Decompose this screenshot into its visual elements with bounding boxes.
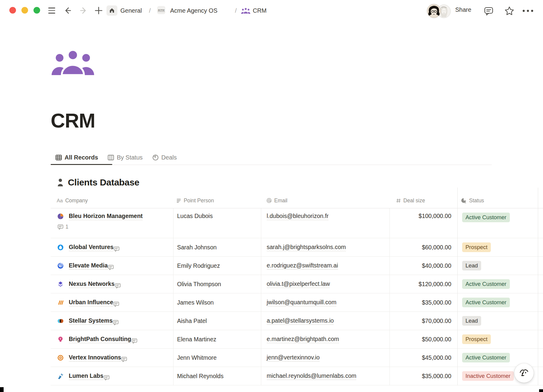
comment-count[interactable]	[113, 302, 121, 307]
company-link[interactable]: Elevate Media	[69, 262, 108, 270]
back-arrow-icon[interactable]	[63, 6, 72, 15]
company-link[interactable]: Nexus Networks	[69, 280, 115, 288]
point-person-cell[interactable]: Elena Martinez	[173, 330, 261, 348]
email-link[interactable]: e.martinez@brightpath.com	[267, 336, 339, 343]
table-right-divider[interactable]	[538, 188, 538, 385]
zoom-window-button[interactable]	[33, 7, 40, 14]
table-row[interactable]: Global Ventures Sarah Johnson sarah.j@br…	[51, 238, 543, 257]
table-row[interactable]: Stellar Systems Aisha Patel a.patel@stel…	[51, 312, 543, 330]
deal-size-cell[interactable]: $40,000.00	[390, 257, 457, 275]
tab-deals[interactable]: Deals	[148, 151, 182, 164]
page-people-icon[interactable]	[51, 49, 94, 75]
status-cell[interactable]: Prospect	[457, 330, 538, 348]
close-window-button[interactable]	[9, 7, 16, 14]
avatar[interactable]	[427, 4, 441, 18]
email-cell[interactable]: jwilson@quantumquill.com	[261, 293, 390, 311]
point-person-cell[interactable]: Michael Reynolds	[173, 367, 261, 385]
table-row[interactable]: Lumen Labs Michael Reynolds michael.reyn…	[51, 367, 543, 385]
email-link[interactable]: jwilson@quantumquill.com	[267, 299, 336, 306]
email-link[interactable]: michael.reynolds@lumenlabs.com	[267, 372, 356, 380]
email-link[interactable]: sarah.j@brightsparksolns.com	[267, 244, 346, 251]
email-link[interactable]: a.patel@stellarsystems.io	[267, 317, 334, 325]
deal-size-cell[interactable]: $70,000.00	[390, 312, 457, 330]
email-cell[interactable]: l.dubois@bleuhorizon.fr	[261, 208, 390, 238]
breadcrumb-section[interactable]: General	[120, 6, 142, 15]
table-row[interactable]: Bleu Horizon Management 1 Lucas Dubois l…	[51, 208, 543, 238]
deal-size-cell[interactable]: $120,000.00	[390, 275, 457, 293]
company-cell[interactable]: Urban Influence	[51, 293, 173, 311]
table-row[interactable]: Urban Influence James Wilson jwilson@qua…	[51, 293, 543, 312]
company-link[interactable]: Lumen Labs	[69, 372, 103, 380]
company-cell[interactable]: Elevate Media	[51, 257, 173, 275]
share-button[interactable]: Share	[455, 6, 471, 13]
column-header-email[interactable]: Email	[261, 193, 390, 208]
company-link[interactable]: Global Ventures	[69, 244, 113, 251]
table-row[interactable]: Elevate Media Emily Rodriguez e.rodrigue…	[51, 257, 543, 275]
tab-by-status[interactable]: By Status	[103, 151, 148, 164]
email-cell[interactable]: e.martinez@brightpath.com	[261, 330, 390, 348]
comment-count[interactable]	[113, 246, 122, 252]
deal-size-cell[interactable]: $45,000.00	[390, 349, 457, 367]
point-person-cell[interactable]: Sarah Johnson	[173, 238, 261, 256]
comment-count[interactable]	[121, 357, 129, 362]
comment-count[interactable]	[131, 338, 139, 344]
email-link[interactable]: e.rodriguez@swiftstream.ai	[267, 262, 338, 270]
point-person-cell[interactable]: James Wilson	[173, 293, 261, 311]
deal-size-cell[interactable]: $60,000.00	[390, 238, 457, 256]
status-badge[interactable]: Active Customer	[462, 213, 510, 222]
breadcrumb-page[interactable]: CRM	[253, 6, 267, 15]
company-link[interactable]: Stellar Systems	[69, 317, 113, 325]
email-cell[interactable]: e.rodriguez@swiftstream.ai	[261, 257, 390, 275]
more-options-icon[interactable]	[522, 9, 534, 13]
column-header-company[interactable]: Aa Company	[51, 193, 173, 208]
deal-size-cell[interactable]: $35,000.00	[390, 293, 457, 311]
email-cell[interactable]: olivia.t@pixelperfect.law	[261, 275, 390, 293]
status-cell[interactable]: Lead	[457, 257, 538, 275]
company-cell[interactable]: Bleu Horizon Management 1	[51, 208, 173, 238]
status-cell[interactable]: Lead	[457, 312, 538, 330]
breadcrumb-workspace[interactable]: Acme Agency OS	[170, 6, 218, 15]
point-person-cell[interactable]: Aisha Patel	[173, 312, 261, 330]
deal-size-cell[interactable]: $35,000.00	[390, 367, 457, 385]
comment-count[interactable]	[113, 320, 121, 325]
status-badge[interactable]: Active Customer	[462, 298, 510, 307]
status-badge[interactable]: Prospect	[462, 242, 491, 252]
email-link[interactable]: jenn@vertexinnov.io	[267, 354, 320, 362]
forward-arrow-icon[interactable]	[79, 6, 88, 15]
company-cell[interactable]: Global Ventures	[51, 238, 173, 256]
company-link[interactable]: Vertex Innovations	[69, 354, 121, 362]
status-badge[interactable]: Prospect	[462, 334, 491, 344]
status-cell[interactable]: Active Customer	[457, 293, 538, 311]
company-cell[interactable]: Stellar Systems	[51, 312, 173, 330]
status-badge[interactable]: Inactive Customer	[462, 371, 514, 381]
email-link[interactable]: olivia.t@pixelperfect.law	[267, 280, 330, 288]
company-cell[interactable]: Lumen Labs	[51, 367, 173, 385]
email-link[interactable]: l.dubois@bleuhorizon.fr	[267, 213, 329, 220]
status-cell[interactable]: Active Customer	[457, 275, 538, 293]
email-cell[interactable]: sarah.j@brightsparksolns.com	[261, 238, 390, 256]
comment-count[interactable]	[108, 265, 116, 270]
new-page-plus-icon[interactable]	[94, 6, 103, 15]
point-person-cell[interactable]: Jenn Whitmore	[173, 349, 261, 367]
sidebar-menu-icon[interactable]	[48, 8, 55, 14]
status-cell[interactable]: Active Customer	[457, 208, 538, 238]
column-header-deal-size[interactable]: Deal size	[390, 193, 457, 208]
ai-assistant-button[interactable]	[514, 363, 534, 383]
status-badge[interactable]: Active Customer	[462, 279, 510, 289]
point-person-cell[interactable]: Lucas Dubois	[173, 208, 261, 238]
deal-size-cell[interactable]: $50,000.00	[390, 330, 457, 348]
email-cell[interactable]: jenn@vertexinnov.io	[261, 349, 390, 367]
company-link[interactable]: BrightPath Consulting	[69, 336, 131, 343]
company-cell[interactable]: Nexus Networks	[51, 275, 173, 293]
database-title[interactable]: Clients Database	[68, 177, 139, 188]
company-link[interactable]: Urban Influence	[69, 299, 113, 306]
minimize-window-button[interactable]	[21, 7, 28, 14]
tab-all-records[interactable]: All Records	[51, 151, 103, 164]
status-badge[interactable]: Lead	[462, 316, 481, 326]
table-row[interactable]: Vertex Innovations Jenn Whitmore jenn@ve…	[51, 349, 543, 367]
email-cell[interactable]: a.patel@stellarsystems.io	[261, 312, 390, 330]
company-cell[interactable]: T BrightPath Consulting	[51, 330, 173, 348]
email-cell[interactable]: michael.reynolds@lumenlabs.com	[261, 367, 390, 385]
comments-icon[interactable]	[484, 7, 494, 16]
favorite-star-icon[interactable]	[504, 6, 514, 16]
